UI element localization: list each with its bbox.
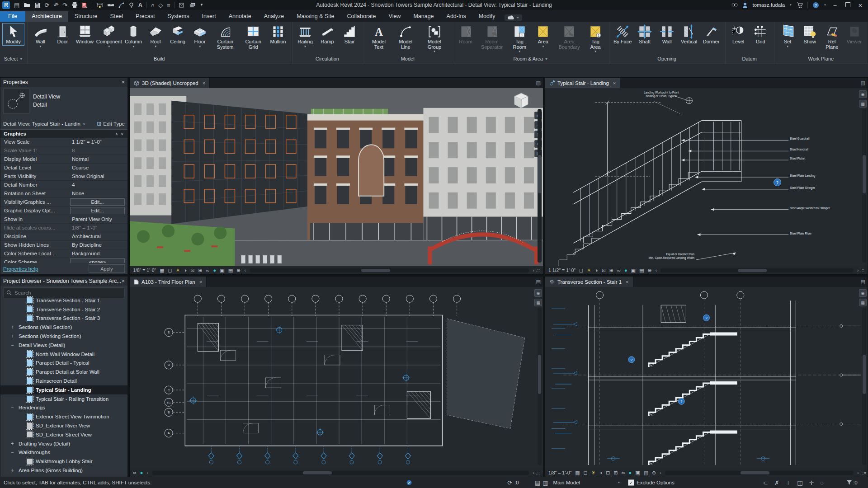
properties-close-icon[interactable]: ×	[122, 79, 125, 85]
open-folder-icon[interactable]	[24, 2, 30, 8]
property-value[interactable]: Background	[69, 251, 127, 256]
dropdown-caret-icon[interactable]: ▼	[594, 50, 597, 53]
view-tab-plan[interactable]: A103 - Third Floor Plan ×	[130, 277, 207, 287]
tree-item-walkthrough-lobby-stair[interactable]: Walkthrough Lobby Stair	[0, 457, 127, 466]
search-icon[interactable]	[731, 2, 738, 8]
properties-help-link[interactable]: Properties help	[3, 266, 38, 272]
bulb-icon[interactable]: ●	[140, 470, 143, 475]
wall-button[interactable]: Wall▼	[29, 23, 52, 49]
tab-massing-site[interactable]: Massing & Site	[290, 11, 340, 22]
cart-icon[interactable]	[797, 2, 803, 8]
dropdown-caret-icon[interactable]: ▼	[39, 45, 42, 48]
dropdown-caret-icon[interactable]: ▼	[518, 50, 521, 53]
tab-architecture[interactable]: Architecture	[25, 11, 68, 22]
sync-icon[interactable]: ⟳▼	[44, 2, 49, 8]
switch-windows-icon[interactable]: ▼	[189, 2, 196, 8]
wall-button[interactable]: Wall	[656, 23, 678, 46]
crop-icon[interactable]: ⊡	[602, 268, 606, 273]
dropdown-caret-icon[interactable]: ▼	[132, 45, 135, 48]
property-value[interactable]: Parent View Only	[69, 216, 127, 222]
close-hidden-icon[interactable]	[179, 3, 185, 8]
modify-button[interactable]: Modify	[2, 23, 24, 46]
scroll-left-icon[interactable]: ‹	[656, 267, 657, 273]
property-edit-button[interactable]: <none>	[70, 258, 125, 263]
door-x-icon[interactable]: ◫	[797, 480, 802, 486]
3d-canvas[interactable]: ◉✛◻↻▣	[130, 88, 543, 266]
stair-button[interactable]: Stair	[339, 23, 361, 46]
tree-item-typical-stair-landing[interactable]: Typical Stair - Landing	[0, 385, 127, 394]
building-icon[interactable]: ▤	[228, 268, 233, 273]
list-icon[interactable]: ≡	[167, 2, 170, 8]
dropdown-caret-icon[interactable]: ▼	[786, 45, 789, 48]
shaft-button[interactable]: Shaft	[634, 23, 656, 46]
view-scale[interactable]: 1 1/2" = 1'-0"	[548, 267, 576, 273]
horizontal-scrollbar[interactable]	[660, 268, 854, 272]
user-menu-caret[interactable]: ▼	[789, 4, 792, 6]
tree-item-transverse-section-stair-2[interactable]: Transverse Section - Stair 2	[0, 305, 127, 314]
view-scale[interactable]: 1/8" = 1'-0"	[548, 470, 571, 475]
crop-icon[interactable]: ⊡	[606, 470, 610, 475]
panel-caption[interactable]: Model	[363, 55, 452, 63]
tab-insert[interactable]: Insert	[195, 11, 222, 22]
expand-icon[interactable]: +	[9, 441, 15, 447]
filter-icon[interactable]	[846, 480, 852, 485]
viewcube[interactable]	[512, 92, 530, 110]
paste-icon[interactable]: ▣	[220, 268, 224, 273]
sun-icon[interactable]: ☀	[587, 268, 591, 273]
component-button[interactable]: Component▼	[96, 23, 123, 49]
cube-icon[interactable]: ◻	[584, 470, 588, 475]
ceiling-button[interactable]: Ceiling	[167, 23, 189, 46]
help-bubble-icon[interactable]: ?	[774, 178, 781, 186]
redo-icon[interactable]: ↷▼	[62, 2, 67, 8]
grid-button[interactable]: Grid	[750, 23, 772, 46]
tree-item-exterior-street-view-twinmotion[interactable]: Exterior Street View Twinmotion	[0, 412, 127, 421]
cube-icon[interactable]: ◻	[168, 268, 172, 273]
tag-area-button[interactable]: 1Tag Area▼	[585, 23, 607, 54]
active-design-option[interactable]: Main Model	[553, 480, 580, 485]
tree-group-renderings[interactable]: −Renderings	[0, 404, 127, 413]
tree-item-parapet-detail-typical[interactable]: Parapet Detail - Typical	[0, 359, 127, 368]
panel-caption[interactable]: Opening	[609, 55, 725, 63]
scroll-left-icon[interactable]: ‹	[244, 267, 246, 273]
tree-group-drafting-views-detail-[interactable]: +Drafting Views (Detail)	[0, 439, 127, 448]
move-cursor-icon[interactable]: ✛	[809, 480, 814, 486]
undo-icon[interactable]: ↶▼	[53, 2, 58, 8]
set-button[interactable]: Set▼	[777, 23, 799, 49]
expand-icon[interactable]: +	[9, 467, 15, 474]
property-value[interactable]: 4	[69, 182, 127, 188]
cube-icon[interactable]: ◻	[579, 268, 583, 273]
minimize-button[interactable]: –	[831, 2, 839, 9]
view-list-icon[interactable]: ▤	[861, 78, 868, 88]
property-value[interactable]: Show Original	[69, 174, 127, 179]
view-tab-3d[interactable]: 3D (Shaded) Uncropped ×	[130, 78, 210, 88]
dormer-button[interactable]: Dormer	[700, 23, 722, 46]
close-view-icon[interactable]: ×	[203, 80, 205, 86]
building-icon[interactable]: ▤	[639, 268, 644, 273]
ref-plane-button[interactable]: Ref Plane	[821, 23, 843, 51]
glasses-icon[interactable]: ∞	[206, 268, 210, 273]
extents-icon[interactable]: ⊕	[236, 268, 241, 273]
cloud-menu-button[interactable]: ▼	[505, 14, 523, 21]
restore-button[interactable]	[844, 2, 852, 9]
plan-vscrollbar[interactable]	[538, 308, 542, 465]
tree-item-sd-exterior-street-view[interactable]: SD_Exterior Street View	[0, 430, 127, 439]
glasses-icon[interactable]: ∞	[622, 470, 625, 475]
floor-button[interactable]: Floor▼	[189, 23, 211, 49]
curtain-grid-button[interactable]: Curtain Grid	[240, 23, 267, 51]
help-menu-caret[interactable]: ▼	[824, 4, 826, 6]
building-icon[interactable]: ▤	[644, 470, 648, 475]
property-edit-button[interactable]: Edit...	[70, 198, 125, 206]
property-value[interactable]: Coarse	[69, 165, 127, 170]
expand-icon[interactable]: −	[9, 449, 15, 455]
save-icon[interactable]	[34, 2, 40, 8]
help-icon[interactable]: ?	[812, 2, 819, 9]
glasses-icon[interactable]: ∞	[617, 268, 621, 273]
horizontal-scrollbar[interactable]	[250, 268, 529, 272]
property-value[interactable]: 8	[69, 148, 127, 153]
view-list-icon[interactable]: ▤	[536, 78, 543, 88]
tab-add-ins[interactable]: Add-Ins	[440, 11, 472, 22]
expand-icon[interactable]: −	[9, 342, 15, 348]
railing-button[interactable]: Railing▼	[294, 23, 316, 49]
area-button[interactable]: Area▼	[532, 23, 554, 49]
tab-collaborate[interactable]: Collaborate	[341, 11, 382, 22]
